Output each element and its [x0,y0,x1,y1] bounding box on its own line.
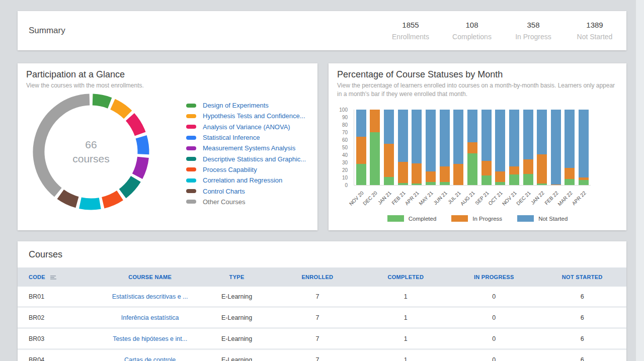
bar-legend: CompletedIn ProgressNot Started [329,215,626,222]
bar-segment-in-progress[interactable] [453,164,463,185]
bar-segment-completed[interactable] [440,182,450,185]
bar-segment-in-progress[interactable] [398,162,408,183]
donut-center-label: 66 courses [26,86,156,217]
bar-segment-completed[interactable] [370,132,380,185]
legend-label[interactable]: Process Capability [203,166,257,173]
legend-label[interactable]: Control Charts [203,188,245,195]
bar-segment-not-started[interactable] [412,110,422,163]
summary-stat-enrollments: 1855Enrollments [380,21,441,41]
bar-segment-completed[interactable] [565,179,575,185]
column-header-not-started[interactable]: NOT STARTED [538,274,626,280]
legend-swatch [186,178,196,183]
bar-segment-not-started[interactable] [537,110,547,154]
course-name-link[interactable]: Estatísticas descritivas e ... [100,293,200,300]
course-name-link[interactable]: Cartas de controle [100,356,200,361]
bar-segment-completed[interactable] [467,153,477,185]
bar-segment-completed[interactable] [579,180,589,186]
bar-segment-completed[interactable] [537,184,547,185]
bar-segment-not-started[interactable] [440,110,450,166]
summary-card: Summary 1855Enrollments108Completions358… [18,11,626,50]
bar-segment-completed[interactable] [495,182,505,185]
cell-in-progress: 0 [450,293,538,300]
bar-segment-completed[interactable] [509,174,519,185]
bar-segment-not-started[interactable] [523,110,533,159]
bar-legend-label: Not Started [538,216,568,222]
cell-in-progress: 0 [450,314,538,321]
bar-segment-not-started[interactable] [384,110,394,144]
bar-oct-21 [495,110,505,185]
bar-segment-in-progress[interactable] [370,110,380,132]
bar-segment-in-progress[interactable] [467,142,477,154]
bar-segment-in-progress[interactable] [412,163,422,184]
bar-segment-in-progress[interactable] [565,168,575,179]
bar-segment-in-progress[interactable] [440,166,450,183]
summary-title: Summary [29,26,65,36]
bar-segment-in-progress[interactable] [523,159,533,174]
sort-icon[interactable] [50,275,57,280]
legend-item-statistical-inference: Statistical Inference [186,132,306,143]
legend-label[interactable]: Analysis of Variance (ANOVA) [203,123,290,131]
bar-segment-completed[interactable] [426,182,436,185]
cell-completed: 1 [362,314,450,321]
legend-swatch [186,104,196,108]
bar-mar-22 [565,110,575,185]
bar-segment-not-started[interactable] [565,110,575,168]
scrollbar-track[interactable] [636,0,644,361]
bar-segment-in-progress[interactable] [509,166,519,175]
bar-segment-in-progress[interactable] [481,161,492,175]
legend-label[interactable]: Descriptive Statistics and Graphic... [203,155,306,163]
legend-swatch [186,125,196,129]
y-tick-90: 90 [342,115,348,120]
legend-label[interactable]: Measurement Systems Analysis [203,144,295,152]
y-tick-40: 40 [342,152,348,158]
bar-segment-not-started[interactable] [509,110,519,166]
bar-segment-completed[interactable] [412,184,422,185]
legend-label[interactable]: Statistical Inference [203,134,260,141]
legend-label[interactable]: Design of Experiments [203,102,269,109]
legend-item-analysis-of-variance-anova: Analysis of Variance (ANOVA) [186,122,306,132]
column-header-code[interactable]: CODE [18,274,100,280]
column-header-type[interactable]: TYPE [200,274,273,280]
bar-segment-in-progress[interactable] [551,185,561,186]
bar-segment-not-started[interactable] [467,110,477,142]
bar-segment-in-progress[interactable] [426,171,436,182]
bar-segment-not-started[interactable] [453,110,463,164]
cell-enrolled: 7 [273,335,361,342]
bar-segment-completed[interactable] [523,174,533,186]
bar-segment-not-started[interactable] [398,110,408,162]
column-header-in-progress[interactable]: IN PROGRESS [450,274,538,280]
bar-segment-completed[interactable] [356,164,366,185]
bar-segment-not-started[interactable] [551,110,561,185]
bar-segment-in-progress[interactable] [384,144,394,177]
bar-dec-21 [523,110,533,185]
cell-completed: 1 [362,356,450,361]
bar-segment-in-progress[interactable] [537,154,547,184]
legend-swatch [186,136,196,140]
legend-item-descriptive-statistics-and-graphic: Descriptive Statistics and Graphic... [186,153,306,164]
bar-legend-item-in-progress: In Progress [451,215,502,222]
bar-x-axis: NOV 20DEC 20JAN 21FEB 21APR 21MAY 21JUN … [354,187,590,216]
bar-segment-completed[interactable] [481,175,492,186]
bar-segment-not-started[interactable] [426,110,436,171]
column-header-course-name[interactable]: COURSE NAME [100,274,200,280]
bar-segment-in-progress[interactable] [495,171,505,182]
bar-legend-swatch [387,215,404,222]
bar-segment-completed[interactable] [398,183,408,186]
column-header-completed[interactable]: COMPLETED [362,274,450,280]
course-name-link[interactable]: Testes de hipóteses e int... [100,335,200,342]
cell-not-started: 6 [538,293,626,300]
legend-label[interactable]: Correlation and Regression [203,176,282,184]
legend-label[interactable]: Hypothesis Tests and Confidence... [203,112,305,120]
bar-segment-not-started[interactable] [481,110,492,161]
bar-segment-not-started[interactable] [579,110,589,177]
bar-segment-not-started[interactable] [356,110,366,137]
bar-legend-label: Completed [409,216,437,222]
course-name-link[interactable]: Inferência estatística [100,314,200,321]
bar-segment-completed[interactable] [384,177,394,186]
bar-segment-not-started[interactable] [495,110,505,171]
bar-aug-21 [467,110,477,185]
courses-title: Courses [18,241,626,260]
column-header-enrolled[interactable]: ENROLLED [273,274,361,280]
bar-segment-in-progress[interactable] [356,137,366,164]
legend-item-hypothesis-tests-and-confidence: Hypothesis Tests and Confidence... [186,111,306,121]
